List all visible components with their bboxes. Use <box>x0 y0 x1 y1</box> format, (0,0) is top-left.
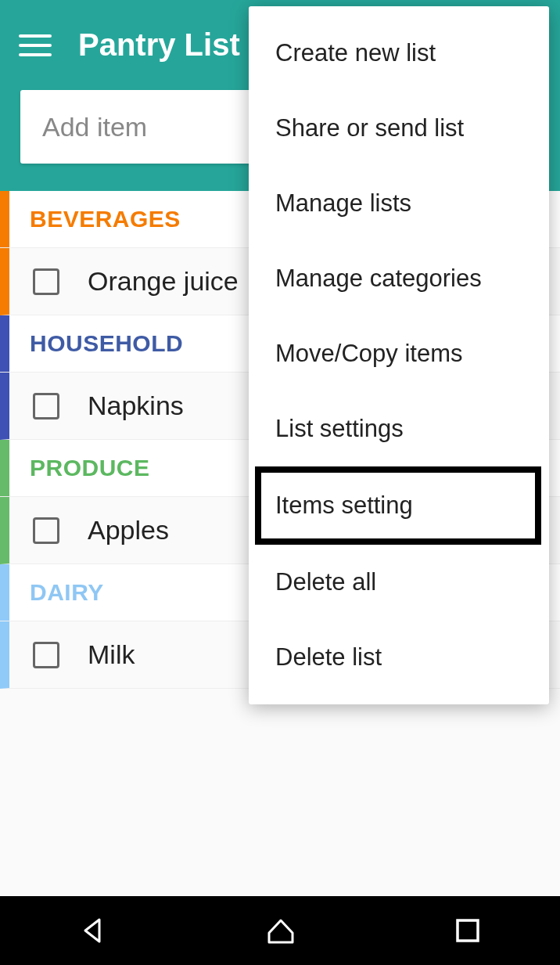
menu-item[interactable]: Items setting <box>255 466 541 545</box>
overflow-menu: Create new listShare or send listManage … <box>249 6 549 704</box>
menu-item[interactable]: List settings <box>249 391 549 466</box>
android-navbar <box>0 896 560 965</box>
item-name: Milk <box>88 639 135 670</box>
item-checkbox[interactable] <box>33 517 59 544</box>
menu-item[interactable]: Move/Copy items <box>249 316 549 391</box>
item-checkbox[interactable] <box>33 642 59 668</box>
page-title: Pantry List <box>78 27 240 63</box>
svg-rect-0 <box>458 920 478 941</box>
item-checkbox[interactable] <box>33 268 59 295</box>
category-stripe <box>0 564 9 621</box>
home-icon[interactable] <box>264 914 297 947</box>
back-icon[interactable] <box>79 916 107 945</box>
category-stripe <box>0 315 9 372</box>
category-stripe <box>0 191 9 247</box>
item-name: Orange juice <box>88 266 239 297</box>
menu-item[interactable]: Manage lists <box>249 166 549 241</box>
menu-item[interactable]: Manage categories <box>249 241 549 316</box>
menu-item[interactable]: Delete list <box>249 620 549 695</box>
hamburger-menu-icon[interactable] <box>19 29 52 62</box>
recents-icon[interactable] <box>454 917 481 944</box>
item-name: Napkins <box>88 391 184 421</box>
item-checkbox[interactable] <box>33 393 59 419</box>
item-name: Apples <box>88 515 169 546</box>
menu-item[interactable]: Delete all <box>249 545 549 620</box>
menu-item[interactable]: Share or send list <box>249 91 549 166</box>
category-stripe <box>0 440 9 496</box>
menu-item[interactable]: Create new list <box>249 16 549 91</box>
